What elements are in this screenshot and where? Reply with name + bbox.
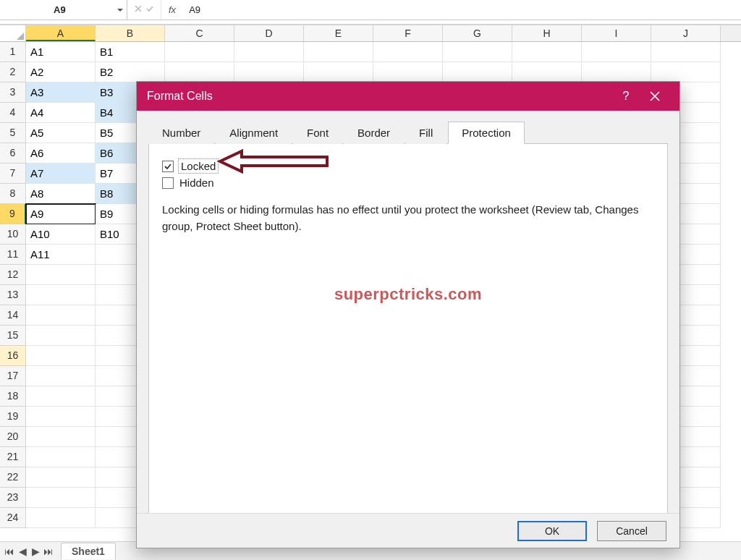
sheet-nav-arrows[interactable]: ⏮ ◀ ▶ ⏭ xyxy=(4,546,61,557)
row-header[interactable]: 4 xyxy=(0,103,26,123)
cell[interactable] xyxy=(26,265,96,285)
cell[interactable] xyxy=(26,508,96,528)
row-header[interactable]: 21 xyxy=(0,447,26,467)
row-header[interactable]: 13 xyxy=(0,285,26,305)
cell[interactable]: B2 xyxy=(96,62,165,82)
cell[interactable] xyxy=(26,305,96,326)
cell[interactable] xyxy=(26,326,96,346)
cell[interactable] xyxy=(26,447,96,467)
name-box[interactable]: A9 xyxy=(0,0,127,20)
cell[interactable] xyxy=(443,42,512,62)
row-header[interactable]: 24 xyxy=(0,508,26,528)
cell[interactable] xyxy=(512,42,582,62)
cell[interactable]: A11 xyxy=(26,245,96,265)
cancel-button[interactable]: Cancel xyxy=(597,521,666,541)
row-header[interactable]: 18 xyxy=(0,386,26,407)
sheet-tab[interactable]: Sheet1 xyxy=(61,543,116,559)
cell[interactable] xyxy=(26,386,96,407)
dialog-titlebar[interactable]: Format Cells ? xyxy=(137,82,679,111)
cell[interactable] xyxy=(512,62,582,82)
cell[interactable] xyxy=(26,488,96,508)
ok-button[interactable]: OK xyxy=(517,521,587,541)
row-header[interactable]: 19 xyxy=(0,407,26,427)
row-header[interactable]: 7 xyxy=(0,164,26,184)
cell[interactable] xyxy=(304,62,373,82)
column-header[interactable]: B xyxy=(96,25,165,41)
cell[interactable]: A8 xyxy=(26,184,96,204)
cell[interactable] xyxy=(582,42,651,62)
row-header[interactable]: 15 xyxy=(0,326,26,346)
row-header[interactable]: 20 xyxy=(0,427,26,447)
row-header[interactable]: 10 xyxy=(0,224,26,245)
tab-border[interactable]: Border xyxy=(344,122,404,144)
cell[interactable]: A9 xyxy=(26,204,96,224)
row-header[interactable]: 22 xyxy=(0,467,26,488)
fx-icon[interactable]: fx xyxy=(161,4,183,15)
row-header[interactable]: 2 xyxy=(0,62,26,82)
cell[interactable] xyxy=(373,62,443,82)
cell[interactable] xyxy=(26,427,96,447)
cell[interactable] xyxy=(651,42,721,62)
cell[interactable] xyxy=(234,62,304,82)
row-header[interactable]: 8 xyxy=(0,184,26,204)
column-header[interactable]: F xyxy=(373,25,443,41)
prev-sheet-icon[interactable]: ◀ xyxy=(17,546,27,557)
column-header[interactable]: E xyxy=(304,25,373,41)
cell[interactable]: B1 xyxy=(96,42,165,62)
row-header[interactable]: 12 xyxy=(0,265,26,285)
cell[interactable] xyxy=(26,285,96,305)
hidden-checkbox[interactable] xyxy=(162,177,174,189)
close-icon[interactable] xyxy=(640,82,669,111)
column-header[interactable]: D xyxy=(234,25,304,41)
column-header[interactable]: A xyxy=(26,25,96,41)
cell[interactable] xyxy=(26,346,96,366)
last-sheet-icon[interactable]: ⏭ xyxy=(43,546,54,557)
column-header[interactable]: I xyxy=(582,25,651,41)
formula-input[interactable]: A9 xyxy=(183,0,740,20)
column-header[interactable]: H xyxy=(512,25,582,41)
cell[interactable]: A2 xyxy=(26,62,96,82)
cell[interactable] xyxy=(443,62,512,82)
cell[interactable] xyxy=(165,62,234,82)
column-header[interactable]: C xyxy=(165,25,234,41)
row-header[interactable]: 5 xyxy=(0,123,26,143)
tab-font[interactable]: Font xyxy=(293,122,342,144)
row-header[interactable]: 11 xyxy=(0,245,26,265)
first-sheet-icon[interactable]: ⏮ xyxy=(4,546,14,557)
cell[interactable] xyxy=(582,62,651,82)
row-header[interactable]: 9 xyxy=(0,204,26,224)
next-sheet-icon[interactable]: ▶ xyxy=(30,546,41,557)
cell[interactable]: A7 xyxy=(26,164,96,184)
cell[interactable]: A5 xyxy=(26,123,96,143)
tab-alignment[interactable]: Alignment xyxy=(216,122,292,144)
cell[interactable] xyxy=(26,366,96,386)
cell[interactable]: A6 xyxy=(26,143,96,164)
cell[interactable]: A10 xyxy=(26,224,96,245)
cell[interactable] xyxy=(373,42,443,62)
tab-protection[interactable]: Protection xyxy=(448,122,525,144)
cell[interactable]: A4 xyxy=(26,103,96,123)
select-all-cell[interactable] xyxy=(0,25,26,41)
row-header[interactable]: 14 xyxy=(0,305,26,326)
column-header[interactable]: J xyxy=(651,25,721,41)
cell[interactable] xyxy=(234,42,304,62)
tab-fill[interactable]: Fill xyxy=(405,122,446,144)
tab-number[interactable]: Number xyxy=(148,122,214,144)
row-header[interactable]: 3 xyxy=(0,82,26,103)
cell[interactable] xyxy=(26,407,96,427)
cell[interactable] xyxy=(26,467,96,488)
row-header[interactable]: 6 xyxy=(0,143,26,164)
hidden-checkbox-row[interactable]: Hidden xyxy=(162,177,654,189)
cell[interactable]: A3 xyxy=(26,82,96,103)
locked-checkbox-row[interactable]: Locked xyxy=(162,160,654,172)
row-header[interactable]: 23 xyxy=(0,488,26,508)
dialog-help-icon[interactable]: ? xyxy=(611,82,640,111)
cell[interactable] xyxy=(651,62,721,82)
column-header[interactable]: G xyxy=(443,25,512,41)
locked-checkbox[interactable] xyxy=(162,161,174,172)
row-header[interactable]: 17 xyxy=(0,366,26,386)
cell[interactable] xyxy=(304,42,373,62)
row-header[interactable]: 1 xyxy=(0,42,26,62)
cell[interactable] xyxy=(165,42,234,62)
name-box-dropdown-icon[interactable] xyxy=(114,4,127,17)
